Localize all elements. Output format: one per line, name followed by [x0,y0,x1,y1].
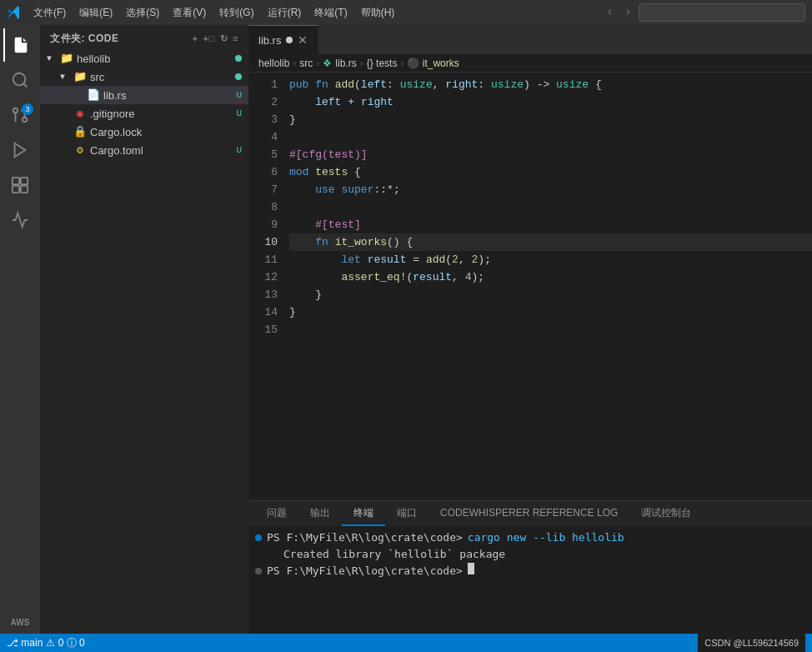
sidebar: 文件夹: CODE + +□ ↻ ≡ ▼ 📁 hellolib ▼ 📁 src [40,25,248,634]
vscode-logo [7,5,22,20]
terminal-content[interactable]: PS F:\MyFile\R\log\crate\code> cargo new… [248,526,812,634]
breadcrumb-src: src [299,58,313,69]
editor-area: lib.rs ✕ hellolib › src › ❖ lib.rs › {} … [248,25,812,634]
menu-goto[interactable]: 转到(G) [214,4,258,22]
new-folder-icon[interactable]: +□ [203,33,215,44]
terminal-prompt-2: PS F:\MyFile\R\log\crate\code> [267,563,463,579]
folder-src-label: src [90,71,235,83]
explorer-icon[interactable] [3,28,37,62]
source-control-icon[interactable]: 3 [3,98,37,132]
menu-view[interactable]: 查看(V) [168,4,211,22]
sidebar-item-librs[interactable]: ▼ 📄 lib.rs U [40,86,248,104]
terminal-prompt-1: PS F:\MyFile\R\log\crate\code> [267,529,463,546]
panel-tab-codewhisperer[interactable]: CODEWHISPERER REFERENCE LOG [429,501,629,526]
panel-tab-problems[interactable]: 问题 [255,501,298,526]
analytics-icon[interactable] [3,203,37,237]
terminal-line-3: PS F:\MyFile\R\log\crate\code> [255,563,805,579]
nav-arrows: ‹ › [603,5,635,20]
panel-tab-debug[interactable]: 调试控制台 [629,501,703,526]
menu-edit[interactable]: 编辑(E) [74,4,118,22]
aws-label[interactable]: AWS [11,618,30,627]
menu-terminal[interactable]: 终端(T) [309,4,352,22]
bottom-panel: 问题 输出 终端 端口 CODEWHISPERER REFERENCE LOG … [248,500,812,634]
extensions-icon[interactable] [3,168,37,202]
code-line-11: let result = add(2, 2); [289,251,812,268]
code-line-13: } [289,286,812,303]
terminal-output-1: Created library `hellolib` package [272,546,505,563]
gitignore-badge: U [236,108,242,118]
search-activity-icon[interactable] [3,63,37,97]
code-line-6: mod tests { [289,163,812,181]
code-editor[interactable]: 12345 6789 10 1112131415 pub fn add(left… [248,73,812,500]
line-numbers: 12345 6789 10 1112131415 [248,73,286,500]
menu-select[interactable]: 选择(S) [121,4,164,22]
sidebar-item-hellolib[interactable]: ▼ 📁 hellolib [40,49,248,68]
svg-rect-9 [21,186,28,193]
source-control-badge: 3 [22,103,33,115]
breadcrumb-hellolib: hellolib [258,58,289,69]
sidebar-header: 文件夹: CODE + +□ ↻ ≡ [40,25,248,49]
sidebar-header-icons: + +□ ↻ ≡ [193,33,238,44]
terminal-dot-gray [255,568,262,574]
hellolib-dot [235,55,242,62]
code-line-10: fn it_works() { [289,233,812,251]
breadcrumb: hellolib › src › ❖ lib.rs › {} tests › ⚫… [248,54,812,73]
collapse-icon[interactable]: ≡ [233,33,238,44]
cargotoml-badge: U [236,145,242,155]
status-git[interactable]: ⎇ main [7,637,43,649]
svg-rect-7 [21,178,28,184]
breadcrumb-itworks: ⚫ it_works [407,58,459,69]
breadcrumb-librs-name: lib.rs [335,58,356,69]
code-line-7: use super::*; [289,181,812,198]
file-cargolock-label: Cargo.lock [90,126,248,138]
tab-close-button[interactable]: ✕ [298,33,308,47]
code-line-4 [289,128,812,146]
search-input[interactable] [639,3,805,22]
panel-tabs: 问题 输出 终端 端口 CODEWHISPERER REFERENCE LOG … [248,501,812,526]
sidebar-item-cargotoml[interactable]: ▼ ⚙ Cargo.toml U [40,141,248,159]
code-line-5: #[cfg(test)] [289,146,812,163]
tab-librs-label: lib.rs [258,34,281,47]
svg-point-3 [13,108,18,113]
menu-run[interactable]: 运行(R) [263,4,307,22]
forward-arrow[interactable]: › [620,5,635,20]
code-line-3: } [289,111,812,128]
new-file-icon[interactable]: + [193,33,198,44]
code-content[interactable]: pub fn add(left: usize, right: usize) ->… [286,73,812,500]
title-bar: 文件(F) 编辑(E) 选择(S) 查看(V) 转到(G) 运行(R) 终端(T… [0,0,812,25]
file-cargotoml-label: Cargo.toml [90,144,236,157]
watermark: CSDN @LL596214569 [698,634,805,652]
svg-point-2 [23,118,28,123]
code-line-9: #[test] [289,216,812,233]
svg-point-0 [13,73,26,86]
panel-tab-output[interactable]: 输出 [298,501,342,526]
menu-file[interactable]: 文件(F) [28,4,71,22]
terminal-line-2: Created library `hellolib` package [255,546,805,563]
code-line-12: assert_eq!(result, 4); [289,268,812,286]
svg-rect-6 [13,178,19,184]
sidebar-item-src[interactable]: ▼ 📁 src [40,68,248,86]
breadcrumb-tests: {} tests [367,58,398,69]
back-arrow[interactable]: ‹ [603,5,618,20]
svg-line-1 [23,83,27,87]
svg-rect-8 [13,186,19,193]
sidebar-title: 文件夹: CODE [50,32,119,46]
breadcrumb-librs: ❖ [323,58,332,69]
tab-librs[interactable]: lib.rs ✕ [248,25,318,54]
code-line-2: left + right [289,93,812,111]
tab-modified-dot [286,37,293,43]
panel-tab-terminal[interactable]: 终端 [342,501,385,526]
src-dot [235,73,242,80]
sidebar-item-cargolock[interactable]: ▼ 🔒 Cargo.lock [40,123,248,141]
code-line-1: pub fn add(left: usize, right: usize) ->… [289,76,812,93]
sidebar-item-gitignore[interactable]: ▼ ◉ .gitignore U [40,104,248,123]
refresh-icon[interactable]: ↻ [220,33,228,44]
run-debug-icon[interactable] [3,133,37,167]
status-errors[interactable]: ⚠ 0 ⓘ 0 [46,636,84,650]
terminal-cursor [468,563,474,574]
code-line-15 [289,321,812,339]
menu-help[interactable]: 帮助(H) [356,4,400,22]
svg-marker-5 [15,143,26,158]
terminal-line-1: PS F:\MyFile\R\log\crate\code> cargo new… [255,529,805,546]
panel-tab-ports[interactable]: 端口 [385,501,429,526]
